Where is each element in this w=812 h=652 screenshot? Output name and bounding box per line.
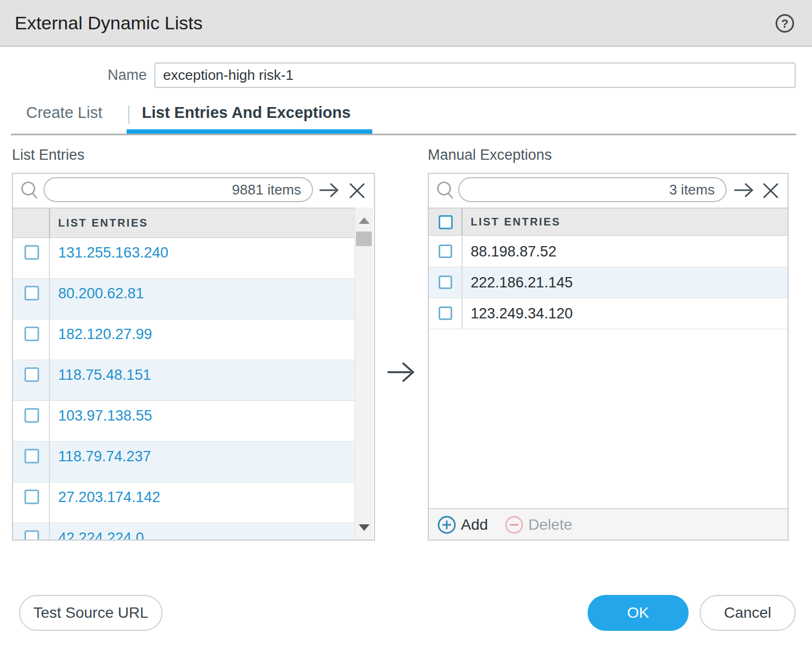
ok-button[interactable]: OK — [588, 595, 689, 631]
manual-exceptions-column-header: LIST ENTRIES — [463, 216, 561, 228]
manual-exceptions-search-input[interactable] — [469, 179, 632, 200]
row-checkbox[interactable] — [24, 245, 39, 260]
tab-list-entries-and-exceptions[interactable]: List Entries And Exceptions — [142, 104, 351, 122]
list-entries-search-input[interactable] — [54, 179, 217, 200]
external-dynamic-lists-dialog: External Dynamic Lists ? Name Create Lis… — [0, 0, 812, 652]
ip-entry-link[interactable]: 42.224.224.0 — [50, 530, 144, 541]
manual-exceptions-count-badge: 3 items — [669, 178, 715, 201]
manual-exceptions-search-row: 3 items — [429, 174, 788, 208]
manual-exceptions-heading: Manual Exceptions — [428, 147, 552, 164]
row-checkbox[interactable] — [439, 244, 452, 258]
help-icon[interactable]: ? — [775, 14, 795, 33]
clear-filter-x-icon[interactable] — [762, 182, 779, 202]
search-icon — [18, 179, 41, 204]
table-row[interactable]: 222.186.21.145 — [429, 267, 788, 298]
ip-entry-link[interactable]: 118.79.74.237 — [50, 448, 151, 465]
row-checkbox[interactable] — [439, 275, 452, 289]
tab-divider — [128, 105, 129, 124]
ip-entry-link[interactable]: 80.200.62.81 — [50, 285, 144, 302]
table-row[interactable]: 88.198.87.52 — [429, 236, 788, 267]
select-all-checkbox[interactable] — [439, 215, 453, 229]
manual-exceptions-footer: Add Delete — [429, 508, 788, 540]
ip-entry-link[interactable]: 118.75.48.151 — [50, 367, 151, 384]
manual-exceptions-table-header: LIST ENTRIES — [429, 208, 788, 236]
table-row[interactable]: 118.75.48.151 — [13, 360, 354, 401]
add-button[interactable]: Add — [437, 509, 488, 541]
table-row-partial[interactable]: 42.224.224.0 — [13, 523, 354, 541]
row-checkbox[interactable] — [24, 449, 39, 463]
cancel-button[interactable]: Cancel — [699, 595, 796, 631]
list-entries-heading: List Entries — [12, 147, 85, 164]
row-checkbox[interactable] — [24, 327, 39, 341]
row-checkbox[interactable] — [439, 306, 452, 320]
ip-entry-link[interactable]: 103.97.138.55 — [50, 408, 152, 424]
ip-entry-link[interactable]: 27.203.174.142 — [50, 489, 160, 506]
manual-exceptions-panel: 3 items LIST ENTRIES — [428, 173, 789, 541]
table-row[interactable]: 27.203.174.142 — [13, 482, 354, 523]
table-row[interactable]: 182.120.27.99 — [13, 319, 354, 360]
list-entries-count-badge: 9881 items — [232, 178, 301, 201]
list-entries-column-header: LIST ENTRIES — [50, 217, 148, 229]
list-entries-table-header: LIST ENTRIES — [13, 208, 354, 238]
vertical-scrollbar[interactable] — [354, 208, 373, 540]
table-row[interactable]: 118.79.74.237 — [13, 442, 354, 482]
svg-text:?: ? — [781, 17, 788, 30]
test-source-url-button[interactable]: Test Source URL — [19, 595, 163, 631]
active-tab-underline — [127, 129, 372, 134]
exception-ip-entry[interactable]: 123.249.34.120 — [463, 305, 573, 322]
table-row[interactable]: 123.249.34.120 — [429, 298, 788, 329]
header-checkbox-cell — [13, 209, 50, 237]
list-entries-rows: 131.255.163.240 80.200.62.81 182.120.27.… — [13, 238, 354, 540]
tabs-divider-line — [11, 134, 796, 135]
row-checkbox[interactable] — [24, 408, 39, 423]
list-entries-panel: 9881 items LIST ENTRIES 13 — [12, 173, 375, 541]
move-to-exceptions-arrow-icon — [386, 359, 417, 387]
table-row[interactable]: 103.97.138.55 — [13, 401, 354, 442]
ip-entry-link[interactable]: 131.255.163.240 — [50, 244, 168, 261]
name-label: Name — [0, 67, 147, 84]
list-entries-search-field[interactable]: 9881 items — [43, 177, 313, 202]
tab-create-list[interactable]: Create List — [26, 104, 102, 122]
add-button-label: Add — [461, 516, 488, 534]
scroll-up-arrow-icon[interactable] — [359, 217, 370, 224]
row-checkbox[interactable] — [24, 530, 39, 541]
apply-filter-arrow-icon[interactable] — [318, 181, 340, 202]
exception-ip-entry[interactable]: 88.198.87.52 — [463, 243, 557, 260]
delete-button-label: Delete — [528, 516, 572, 534]
manual-exceptions-rows: 88.198.87.52 222.186.21.145 123.249.34.1… — [429, 236, 788, 540]
scroll-down-arrow-icon[interactable] — [359, 524, 370, 531]
apply-filter-arrow-icon[interactable] — [733, 181, 755, 202]
table-row[interactable]: 131.255.163.240 — [13, 238, 354, 279]
row-checkbox[interactable] — [24, 286, 39, 300]
delete-button-disabled[interactable]: Delete — [504, 509, 572, 541]
dialog-titlebar: External Dynamic Lists ? — [0, 0, 812, 47]
table-row[interactable]: 80.200.62.81 — [13, 279, 354, 319]
scrollbar-thumb[interactable] — [356, 231, 372, 246]
row-checkbox[interactable] — [24, 367, 39, 382]
search-icon — [434, 179, 457, 204]
manual-exceptions-search-field[interactable]: 3 items — [458, 177, 727, 202]
list-entries-search-row: 9881 items — [13, 174, 374, 208]
exception-ip-entry[interactable]: 222.186.21.145 — [463, 274, 573, 291]
ip-entry-link[interactable]: 182.120.27.99 — [50, 326, 152, 343]
dialog-title: External Dynamic Lists — [15, 0, 203, 46]
add-plus-icon — [437, 515, 457, 535]
delete-minus-icon — [504, 515, 524, 535]
row-checkbox[interactable] — [24, 490, 39, 504]
name-input[interactable] — [154, 62, 796, 88]
clear-filter-x-icon[interactable] — [348, 182, 366, 202]
